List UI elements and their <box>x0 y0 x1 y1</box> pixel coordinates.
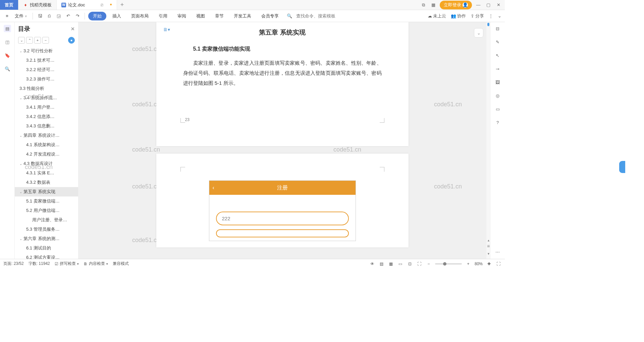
eye-icon[interactable]: 👁 <box>369 261 375 267</box>
chevron-down-icon[interactable]: ⌄ <box>19 237 23 241</box>
maximize-button[interactable]: ▢ <box>485 1 492 9</box>
page-icon[interactable]: 🗎▾ <box>163 27 170 32</box>
toc-item[interactable]: ⌄3.2 可行性分析 <box>15 46 78 56</box>
preview-icon[interactable]: ◲ <box>55 12 62 20</box>
toc-item[interactable]: 5.2 用户微信端… <box>15 206 78 215</box>
add-button[interactable]: + <box>34 37 41 44</box>
add-icon[interactable]: ✚ <box>486 261 492 267</box>
login-button[interactable]: 立即登录👤 <box>440 1 472 9</box>
toc-item[interactable]: 用户注册、登录… <box>15 215 78 225</box>
toc-item[interactable]: 3.4.1 用户登… <box>15 103 78 112</box>
tab-document[interactable]: W论文.doc⎚• <box>57 0 117 10</box>
tab-view[interactable]: 视图 <box>192 11 209 21</box>
outline-icon[interactable]: ▤ <box>4 25 11 32</box>
structure-icon[interactable]: ◫ <box>4 38 11 46</box>
scrollbar[interactable]: ▲ ≡ ▼ <box>486 22 490 259</box>
share-button[interactable]: ⇪分享 <box>471 13 484 19</box>
tab-template[interactable]: ♦找稻壳模板 <box>18 0 57 10</box>
zoom-in-button[interactable]: + <box>465 261 471 267</box>
tab-review[interactable]: 审阅 <box>173 11 190 21</box>
remove-button[interactable]: − <box>42 37 49 44</box>
toc-item[interactable]: 3.3 性能分析 <box>15 84 78 93</box>
chevron-down-icon[interactable]: ⌄ <box>19 162 23 166</box>
page-indicator[interactable]: 页面: 23/52 <box>3 261 24 267</box>
new-tab-button[interactable]: + <box>117 0 127 10</box>
fullscreen-icon[interactable]: ⛶ <box>495 261 501 267</box>
zoom-out-button[interactable]: − <box>426 261 432 267</box>
page-view-icon[interactable]: ▤ <box>379 261 385 267</box>
tab-dev[interactable]: 开发工具 <box>230 11 255 21</box>
toc-item[interactable]: 3.4.2 信息添… <box>15 112 78 121</box>
close-icon[interactable]: ✕ <box>71 26 75 32</box>
chevron-down-icon[interactable]: ⌄ <box>19 96 23 100</box>
spellcheck-button[interactable]: ☑拼写检查▾ <box>55 261 79 267</box>
read-view-icon[interactable]: ⊡ <box>407 261 413 267</box>
layout-icon[interactable]: ⧉ <box>420 1 427 9</box>
toc-item[interactable]: ⌄第四章 系统设计… <box>15 131 78 140</box>
tab-layout[interactable]: 页面布局 <box>127 11 153 21</box>
toc-item[interactable]: 4.3.2 数据表 <box>15 178 78 187</box>
collapse-button[interactable]: ⌄ <box>474 28 483 38</box>
zoom-fit-icon[interactable]: ⛶ <box>416 261 422 267</box>
more-icon[interactable]: ⋮ <box>489 13 493 18</box>
read-icon[interactable]: ▭ <box>494 105 501 113</box>
tab-start[interactable]: 开始 <box>88 12 106 20</box>
toc-item[interactable]: ⌄3.4 系统操作流… <box>15 93 78 103</box>
toc-item[interactable]: 6.2 测试方案设… <box>15 253 78 259</box>
toc-item[interactable]: ⌄第六章 系统的测… <box>15 234 78 243</box>
print-icon[interactable]: ⎙ <box>46 12 53 20</box>
grid-icon[interactable]: ▦ <box>430 1 437 9</box>
help-icon[interactable]: ? <box>494 119 501 126</box>
save-icon[interactable]: 🖫 <box>36 12 44 20</box>
outline-view-icon[interactable]: ▭ <box>397 261 404 267</box>
pen-icon[interactable]: ✎ <box>494 38 501 46</box>
image-icon[interactable]: 🖼 <box>494 78 501 86</box>
chevron-down-icon[interactable]: ⌄ <box>19 134 23 137</box>
device-icon[interactable]: ⎚ <box>101 2 103 7</box>
toc-item[interactable]: 3.4.3 信息删… <box>15 121 78 131</box>
tab-chapter[interactable]: 章节 <box>211 11 228 21</box>
toc-item[interactable]: 4.2 开发流程设… <box>15 150 78 159</box>
zoom-slider[interactable] <box>435 263 462 265</box>
settings-icon[interactable]: ⊸ <box>494 65 501 72</box>
toc-item[interactable]: ⌄4.3 数据库设计 <box>15 159 78 168</box>
bookmark-icon[interactable]: 🔖 <box>4 52 11 59</box>
zoom-level[interactable]: 80% <box>475 262 483 266</box>
toc-item[interactable]: ⌄第五章 系统实现 <box>15 187 78 196</box>
chevron-down-icon[interactable]: ⌄ <box>19 190 23 194</box>
tab-ref[interactable]: 引用 <box>155 11 171 21</box>
sync-button[interactable]: ● <box>68 37 75 44</box>
expand-all-button[interactable]: ⌃ <box>26 37 33 44</box>
file-menu[interactable]: 文件∨ <box>13 13 29 19</box>
content-check-button[interactable]: 🗎内容检查▾ <box>84 261 108 267</box>
cursor-icon[interactable]: ↖ <box>494 52 501 59</box>
adjust-icon[interactable]: ⊟ <box>494 25 501 32</box>
tab-member[interactable]: 会员专享 <box>257 11 283 21</box>
more-icon[interactable]: ⋯ <box>494 248 501 255</box>
word-count[interactable]: 字数: 11942 <box>29 261 50 267</box>
chevron-down-icon[interactable]: ⌄ <box>498 13 501 18</box>
cloud-status[interactable]: ☁未上云 <box>428 13 446 19</box>
tab-insert[interactable]: 插入 <box>108 11 125 21</box>
target-icon[interactable]: ◎ <box>494 92 501 99</box>
toc-item[interactable]: 5.3 管理员服务… <box>15 225 78 234</box>
close-button[interactable]: ✕ <box>495 1 502 9</box>
redo-icon[interactable]: ↷ <box>74 12 81 20</box>
compat-mode[interactable]: 兼容模式 <box>113 261 129 267</box>
menu-icon[interactable]: ≡ <box>3 12 11 20</box>
undo-icon[interactable]: ↶ <box>64 12 72 20</box>
chevron-down-icon[interactable]: ⌄ <box>19 49 23 53</box>
toc-item[interactable]: 5.1 卖家微信端… <box>15 196 78 206</box>
toc-item[interactable]: 4.3.1 实体 E… <box>15 168 78 178</box>
toc-item[interactable]: 3.2.2 经济可… <box>15 65 78 74</box>
search-icon[interactable]: 🔍 <box>4 65 11 72</box>
minimize-button[interactable]: — <box>475 1 482 9</box>
toc-item[interactable]: 3.2.3 操作可… <box>15 74 78 84</box>
toc-item[interactable]: 4.1 系统架构设… <box>15 140 78 150</box>
web-view-icon[interactable]: ▦ <box>388 261 394 267</box>
toc-item[interactable]: 3.2.1 技术可… <box>15 56 78 65</box>
toc-item[interactable]: 6.1 测试目的 <box>15 243 78 253</box>
collab-button[interactable]: 👥协作 <box>451 13 466 19</box>
command-search-input[interactable] <box>294 12 355 20</box>
tab-home[interactable]: 首页 <box>0 0 18 10</box>
